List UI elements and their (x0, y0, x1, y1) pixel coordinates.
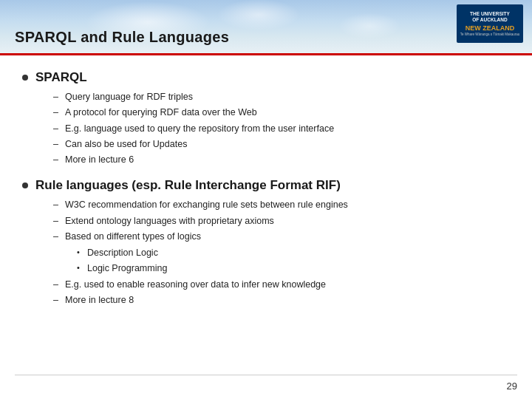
list-item: Description Logic (77, 245, 510, 261)
logics-text: Based on different types of logics (65, 231, 201, 242)
footer-line (15, 375, 517, 375)
list-item: Query language for RDF triples (53, 89, 510, 105)
list-item: Logic Programming (77, 261, 510, 276)
list-item: More in lecture 8 (53, 293, 510, 308)
list-item: More in lecture 6 (53, 152, 510, 168)
university-logo: THE UNIVERSITY OF AUCKLAND NEW ZEALAND T… (457, 4, 523, 43)
sparql-section: SPARQL Query language for RDF triples A … (22, 70, 510, 168)
rule-languages-title: Rule languages (esp. Rule Interchange Fo… (22, 178, 510, 193)
logics-sublist: Description Logic Logic Programming (65, 245, 510, 277)
rule-languages-title-text: Rule languages (esp. Rule Interchange Fo… (35, 178, 341, 193)
logo-tagline: Te Whare Wānanga o Tāmaki Makaurau (460, 33, 520, 36)
logo-country: NEW ZEALAND (466, 24, 515, 32)
list-item: E.g. language used to query the reposito… (53, 121, 510, 137)
page-number: 29 (507, 381, 517, 392)
list-item: Extend ontology languages with proprieta… (53, 214, 510, 229)
rule-languages-section: Rule languages (esp. Rule Interchange Fo… (22, 178, 510, 308)
rule-languages-bullet (22, 183, 28, 188)
list-item: Based on different types of logics Descr… (53, 229, 510, 277)
logo-university-name: THE UNIVERSITY OF AUCKLAND (470, 11, 510, 24)
header: SPARQL and Rule Languages THE UNIVERSITY… (0, 0, 532, 53)
main-content: SPARQL Query language for RDF triples A … (0, 55, 532, 333)
sparql-title-text: SPARQL (35, 70, 87, 85)
list-item: Can also be used for Updates (53, 137, 510, 152)
list-item: A protocol for querying RDF data over th… (53, 105, 510, 120)
sparql-bullet (22, 75, 28, 81)
page-title: SPARQL and Rule Languages (15, 29, 229, 46)
list-item: E.g. used to enable reasoning over data … (53, 277, 510, 293)
sparql-list: Query language for RDF triples A protoco… (22, 89, 510, 168)
rule-languages-list: W3C recommendation for exchanging rule s… (22, 197, 510, 308)
sparql-title: SPARQL (22, 70, 510, 85)
list-item: W3C recommendation for exchanging rule s… (53, 197, 510, 213)
